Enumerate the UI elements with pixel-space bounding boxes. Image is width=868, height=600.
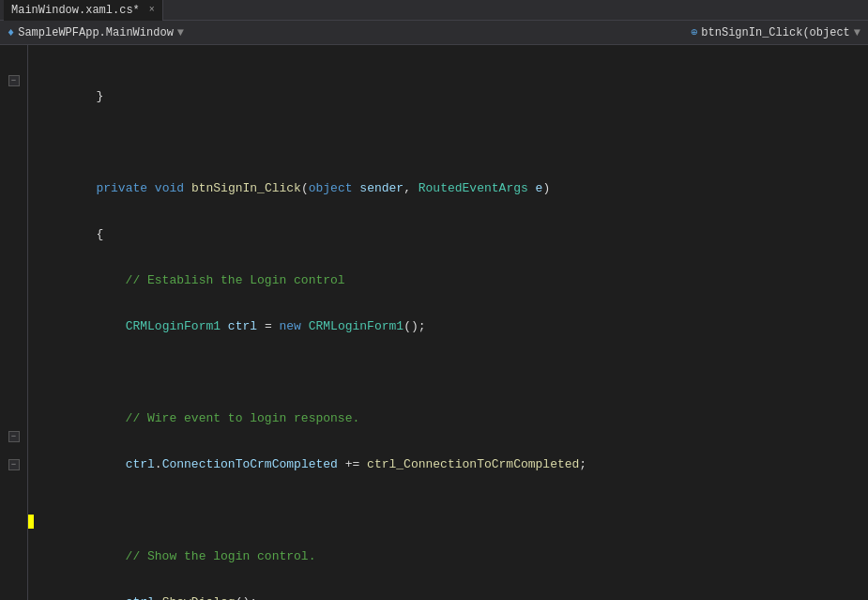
code-line: ctrl.ShowDialog();: [38, 593, 864, 600]
tab-mainwindow[interactable]: MainWindow.xaml.cs* ×: [4, 0, 163, 21]
gutter-collapse-3[interactable]: −: [0, 458, 27, 472]
gutter-line: [0, 515, 27, 529]
code-line: {: [38, 225, 864, 243]
code-content[interactable]: } private void btnSignIn_Click(object se…: [34, 45, 868, 600]
gutter-line: [0, 145, 27, 159]
gutter-line: [0, 87, 27, 101]
nav-bar: ♦ SampleWPFApp.MainWindow ▼ ⊕ btnSignIn_…: [0, 21, 868, 45]
gutter-collapse-2[interactable]: −: [0, 429, 27, 443]
nav-dropdown-arrow[interactable]: ▼: [177, 26, 184, 39]
gutter-line: [0, 102, 27, 116]
class-icon: ♦: [8, 26, 14, 39]
tab-label: MainWindow.xaml.cs*: [11, 4, 140, 17]
gutter-line: [0, 358, 27, 372]
nav-member-label[interactable]: btnSignIn_Click(object: [701, 26, 849, 39]
gutter-line: [0, 529, 27, 543]
gutter-line: [0, 344, 27, 358]
gutter-line: [0, 443, 27, 457]
gutter-line: [0, 258, 27, 272]
gutter-line: [0, 373, 27, 387]
gutter-line: [0, 586, 27, 600]
gutter-line: [0, 558, 27, 572]
close-tab-button[interactable]: ×: [149, 5, 155, 15]
nav-right: ⊕ btnSignIn_Click(object ▼: [691, 25, 860, 39]
code-line: }: [38, 87, 864, 105]
nav-class-label[interactable]: SampleWPFApp.MainWindow: [18, 26, 174, 39]
code-line: ctrl.ConnectionToCrmCompleted += ctrl_Co…: [38, 455, 864, 473]
gutter-line: [0, 301, 27, 315]
title-bar: MainWindow.xaml.cs* ×: [0, 0, 868, 21]
gutter-line: [0, 387, 27, 401]
code-editor: − − −: [0, 45, 868, 600]
gutter-line: [0, 173, 27, 187]
gutter-line: [0, 315, 27, 330]
gutter-line: [0, 415, 27, 429]
gutter-line: [0, 230, 27, 244]
nav-member-dropdown-arrow[interactable]: ▼: [854, 26, 860, 39]
code-line: // Establish the Login control: [38, 271, 864, 289]
gutter-line: [0, 500, 27, 515]
gutter-line: [0, 131, 27, 145]
gutter-line: [0, 202, 27, 216]
gutter-line: [0, 330, 27, 344]
gutter-line: [0, 45, 27, 59]
gutter-line: [0, 116, 27, 131]
gutter-line: [0, 159, 27, 173]
gutter-line: [0, 216, 27, 230]
gutter-line: [0, 572, 27, 586]
code-line: [38, 363, 864, 381]
gutter-line: [0, 188, 27, 202]
member-icon: ⊕: [691, 25, 697, 39]
gutter-line: [0, 287, 27, 301]
code-line: // Show the login control.: [38, 547, 864, 565]
gutter-line: [0, 59, 27, 73]
code-line: private void btnSignIn_Click(object send…: [38, 179, 864, 197]
gutter-line: [0, 472, 27, 486]
gutter-line: [0, 273, 27, 287]
collapse-gutter: − − −: [0, 45, 28, 600]
code-line: // Wire event to login response.: [38, 409, 864, 427]
gutter-line: [0, 486, 27, 500]
nav-left: ♦ SampleWPFApp.MainWindow ▼: [8, 26, 687, 39]
gutter-line: [0, 543, 27, 557]
code-line: [38, 501, 864, 519]
gutter-collapse-1[interactable]: −: [0, 73, 27, 87]
gutter-line: [0, 401, 27, 415]
code-line: [38, 133, 864, 151]
code-line: CRMLoginForm1 ctrl = new CRMLoginForm1()…: [38, 317, 864, 335]
gutter-line: [0, 244, 27, 258]
